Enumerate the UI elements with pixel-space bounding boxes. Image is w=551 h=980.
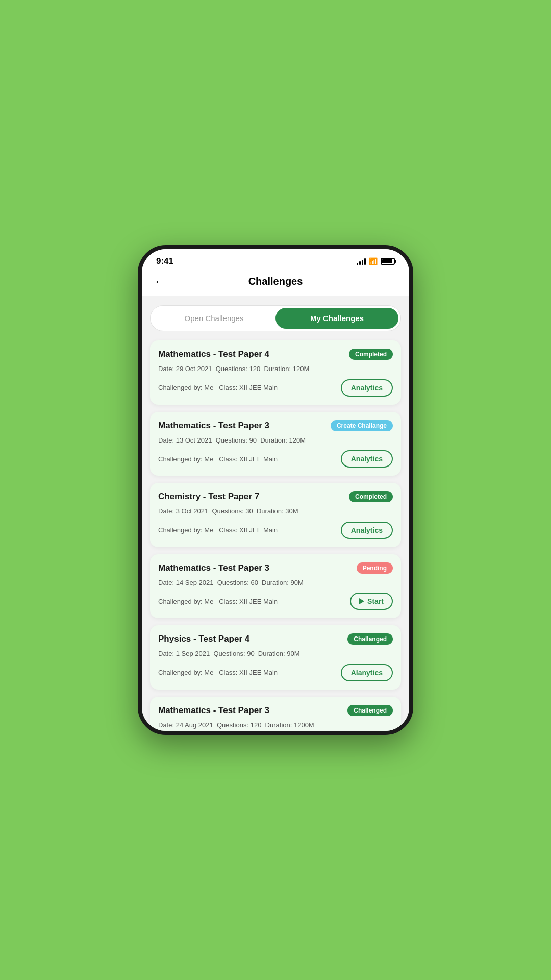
tab-open-challenges[interactable]: Open Challenges <box>153 308 276 329</box>
battery-icon <box>381 258 395 265</box>
signal-icon <box>357 258 366 265</box>
challenge-card: Mathematics - Test Paper 3 Create Challa… <box>150 412 401 476</box>
challenge-list: Mathematics - Test Paper 4 Completed Dat… <box>150 340 401 731</box>
tab-my-challenges[interactable]: My Challenges <box>276 308 398 329</box>
status-badge: Challanged <box>347 633 393 645</box>
card-meta: Date: 14 Sep 2021 Questions: 60 Duration… <box>158 578 393 588</box>
status-badge: Completed <box>349 349 393 360</box>
start-button[interactable]: Start <box>350 593 393 610</box>
card-title: Mathematics - Test Paper 4 <box>158 349 349 360</box>
analytics-button[interactable]: Analytics <box>341 379 393 397</box>
status-badge: Challenged <box>347 705 393 716</box>
tab-switcher: Open Challenges My Challenges <box>150 305 401 331</box>
card-meta: Date: 13 Oct 2021 Questions: 90 Duration… <box>158 435 393 446</box>
page-header: ← Challenges <box>142 271 409 296</box>
challenge-card: Chemistry - Test Paper 7 Completed Date:… <box>150 483 401 547</box>
card-title: Mathematics - Test Paper 3 <box>158 562 357 574</box>
card-meta: Date: 3 Oct 2021 Questions: 30 Duration:… <box>158 506 393 517</box>
wifi-icon: 📶 <box>369 257 378 265</box>
card-title: Mathematics - Test Paper 3 <box>158 705 347 716</box>
card-title: Physics - Test Paper 4 <box>158 633 347 645</box>
phone-frame: 9:41 📶 ← Challenges Open Challenges My C… <box>138 245 413 735</box>
analytics-button[interactable]: Alanytics <box>341 664 393 681</box>
main-content: Open Challenges My Challenges Mathematic… <box>142 296 409 731</box>
analytics-button[interactable]: Analytics <box>341 522 393 539</box>
card-meta: Date: 1 Sep 2021 Questions: 90 Duration:… <box>158 649 393 659</box>
challenge-card: Mathematics - Test Paper 3 Challenged Da… <box>150 697 401 731</box>
card-challenged-by: Challenged by: Me Class: XII JEE Main <box>158 669 278 676</box>
back-button[interactable]: ← <box>152 273 167 290</box>
card-meta: Date: 24 Aug 2021 Questions: 120 Duratio… <box>158 720 393 730</box>
card-challenged-by: Challenged by: Me Class: XII JEE Main <box>158 526 278 534</box>
challenge-card: Mathematics - Test Paper 3 Pending Date:… <box>150 554 401 619</box>
card-challenged-by: Challenged by: Me Class: XII JEE Main <box>158 455 278 463</box>
status-badge: Pending <box>357 562 393 574</box>
card-title: Chemistry - Test Paper 7 <box>158 491 349 502</box>
status-badge: Create Challange <box>331 420 393 431</box>
card-challenged-by: Challenged by: Me Class: XII JEE Main <box>158 384 278 391</box>
play-icon <box>359 598 364 604</box>
page-title: Challenges <box>248 276 303 287</box>
analytics-button[interactable]: Analytics <box>341 450 393 468</box>
status-bar: 9:41 📶 <box>142 249 409 271</box>
card-challenged-by: Challenged by: Me Class: XII JEE Main <box>158 598 278 605</box>
status-icons: 📶 <box>357 257 395 265</box>
status-badge: Completed <box>349 491 393 502</box>
card-title: Mathematics - Test Paper 3 <box>158 420 331 431</box>
card-meta: Date: 29 Oct 2021 Questions: 120 Duratio… <box>158 364 393 374</box>
challenge-card: Mathematics - Test Paper 4 Completed Dat… <box>150 340 401 405</box>
challenge-card: Physics - Test Paper 4 Challanged Date: … <box>150 625 401 690</box>
status-time: 9:41 <box>156 256 173 266</box>
